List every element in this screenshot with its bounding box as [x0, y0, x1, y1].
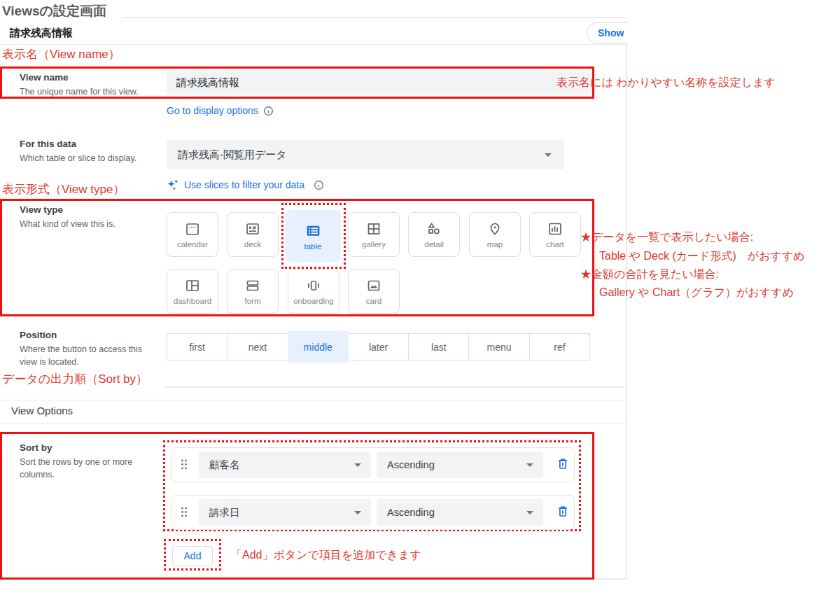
- view-title: 請求残高情報: [10, 27, 73, 40]
- chevron-down-icon: [354, 463, 361, 467]
- trash-icon: [555, 504, 570, 519]
- show-button-label: Show: [598, 27, 624, 38]
- chevron-down-icon: [354, 511, 361, 514]
- view-type-onboarding[interactable]: onboarding: [288, 269, 340, 314]
- view-options-divider-top: [0, 400, 627, 400]
- chevron-down-icon: [526, 511, 533, 514]
- position-description: Where the button to access this view is …: [20, 343, 153, 368]
- sort-heading-underline: [164, 386, 625, 388]
- detail-icon: [426, 220, 442, 237]
- for-this-data-label: For this data: [20, 139, 76, 149]
- position-option-first[interactable]: first: [167, 333, 227, 360]
- annotation-view-name-tip: 表示名には わかりやすい名称を設定します: [556, 76, 776, 90]
- position-option-middle[interactable]: middle: [288, 331, 349, 363]
- annotation-sort-heading: データの出力順（Sort by）: [2, 371, 148, 387]
- display-options-link-label: Go to display options: [167, 105, 258, 116]
- view-name-input[interactable]: [167, 71, 592, 94]
- annotation-view-type-tip-4: Gallery や Chart（グラフ）がおすすめ: [599, 286, 794, 300]
- view-name-label: View name: [20, 72, 69, 83]
- view-type-label-form: form: [245, 297, 261, 305]
- title-underline: [122, 17, 625, 18]
- annotation-view-type-tip-3: ★金額の合計を見たい場合:: [580, 267, 719, 282]
- sort-order-value: Ascending: [387, 507, 435, 518]
- show-button[interactable]: Show: [587, 22, 627, 43]
- for-this-data-description: Which table or slice to display.: [20, 152, 136, 164]
- onboarding-icon: [305, 277, 322, 294]
- display-options-link[interactable]: Go to display options: [167, 105, 274, 116]
- slices-link-label: Use slices to filter your data: [184, 179, 304, 190]
- data-source-value: 請求残高-閲覧用データ: [178, 148, 287, 162]
- sparkle-icon: [167, 178, 179, 191]
- annotation-view-type-heading: 表示形式（View type）: [2, 181, 125, 197]
- chevron-down-icon: [526, 463, 533, 467]
- view-type-label-gallery: gallery: [362, 240, 386, 248]
- slices-link[interactable]: Use slices to filter your data: [167, 178, 324, 191]
- sort-column-value: 請求日: [209, 506, 240, 519]
- view-type-label: View type: [20, 204, 63, 215]
- sort-column-select[interactable]: 請求日: [199, 499, 371, 526]
- view-type-label-card: card: [366, 297, 382, 305]
- delete-sort-button[interactable]: [554, 503, 572, 521]
- sort-column-value: 顧客名: [209, 458, 240, 472]
- chart-icon: [547, 220, 564, 237]
- annotation-view-type-tip-1: ★データを一覧で表示したい場合:: [580, 230, 753, 245]
- drag-handle[interactable]: [180, 458, 188, 470]
- position-selector: first next middle later last menu ref: [167, 331, 590, 363]
- sort-order-value: Ascending: [387, 459, 435, 470]
- view-type-label-dashboard: dashboard: [174, 297, 211, 305]
- sort-by-label: Sort by: [20, 442, 52, 453]
- view-options-title: View Options: [11, 405, 73, 416]
- sort-column-select[interactable]: 顧客名: [199, 451, 371, 478]
- calendar-icon: [184, 220, 201, 237]
- add-sort-button[interactable]: Add: [172, 546, 213, 566]
- trash-icon: [555, 456, 570, 472]
- annotation-view-type-tip-2: Table や Deck (カード形式) がおすすめ: [599, 249, 805, 264]
- info-icon: [314, 180, 324, 190]
- deck-icon: [244, 220, 261, 237]
- view-type-card[interactable]: card: [348, 269, 400, 314]
- annotation-add-tip: 「Add」ボタンで項目を追加できます: [231, 548, 421, 563]
- position-label: Position: [20, 330, 57, 340]
- view-type-label-calendar: calendar: [177, 240, 208, 248]
- view-type-calendar[interactable]: calendar: [167, 212, 218, 257]
- chevron-down-icon: [545, 153, 552, 157]
- sort-order-select[interactable]: Ascending: [377, 451, 543, 478]
- view-type-label-map: map: [487, 240, 503, 248]
- view-type-chart[interactable]: chart: [529, 212, 581, 257]
- position-option-menu[interactable]: menu: [468, 333, 529, 360]
- view-type-form[interactable]: form: [227, 269, 279, 314]
- position-option-next[interactable]: next: [227, 333, 288, 360]
- map-pin-icon: [486, 220, 503, 237]
- annotation-view-name-heading: 表示名（View name）: [2, 46, 120, 62]
- sort-order-select[interactable]: Ascending: [377, 499, 543, 526]
- view-type-label-deck: deck: [244, 240, 261, 248]
- view-name-description: The unique name for this view.: [20, 85, 139, 98]
- position-option-last[interactable]: last: [408, 333, 469, 360]
- info-icon: [263, 106, 274, 116]
- position-option-later[interactable]: later: [348, 333, 409, 360]
- drag-handle[interactable]: [180, 506, 188, 518]
- delete-sort-button[interactable]: [554, 455, 572, 473]
- position-option-ref[interactable]: ref: [529, 333, 590, 360]
- gallery-icon: [365, 220, 382, 237]
- annotation-dotted-table: [281, 203, 346, 269]
- add-button-label: Add: [184, 550, 202, 561]
- view-options-divider-bottom: [0, 423, 627, 424]
- form-icon: [244, 277, 261, 294]
- page-title: Viewsの設定画面: [2, 2, 106, 20]
- header-divider: [0, 44, 627, 45]
- view-type-map[interactable]: map: [469, 212, 521, 257]
- view-type-label-onboarding: onboarding: [293, 297, 334, 305]
- dashboard-icon: [184, 277, 201, 294]
- view-type-detail[interactable]: detail: [408, 212, 460, 257]
- view-type-description: What kind of view this is.: [20, 218, 115, 230]
- data-source-select[interactable]: 請求残高-閲覧用データ: [167, 140, 564, 169]
- sort-by-description: Sort the rows by one or more columns.: [20, 456, 153, 481]
- view-type-label-chart: chart: [546, 240, 564, 248]
- view-type-dashboard[interactable]: dashboard: [167, 269, 218, 314]
- view-type-deck[interactable]: deck: [227, 212, 279, 257]
- card-image-icon: [365, 277, 382, 294]
- view-type-label-detail: detail: [424, 240, 444, 248]
- view-type-gallery[interactable]: gallery: [348, 212, 400, 257]
